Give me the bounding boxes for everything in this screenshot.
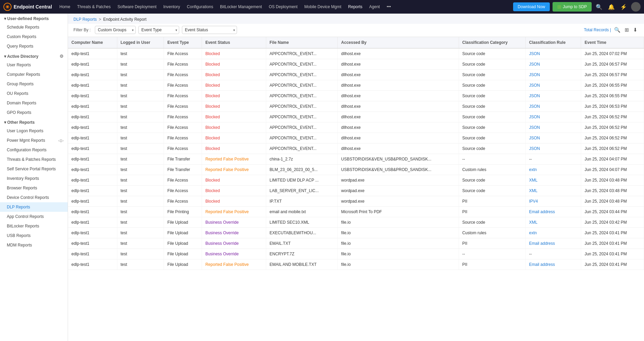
- cell-logged-in-user: test: [117, 186, 164, 196]
- rule-link[interactable]: JSON: [529, 125, 540, 130]
- cell-classification-category: Source code: [459, 175, 525, 186]
- cell-classification-category: Source code: [459, 217, 525, 228]
- cell-event-status: Blocked: [202, 70, 266, 80]
- cell-file-name: EMAIL AND MOBILE.TXT: [266, 259, 338, 270]
- nav-inventory[interactable]: Inventory: [160, 3, 183, 11]
- filter-event-status-select[interactable]: Event Status Blocked Reported False Posi…: [182, 26, 237, 34]
- sidebar-item-self-service-reports[interactable]: Self Service Portal Reports: [0, 164, 68, 174]
- table-container: Computer Name Logged in User Event Type …: [68, 37, 644, 341]
- table-row: edlp-test1 test File Access Blocked IP.T…: [68, 196, 644, 207]
- cell-event-type: File Access: [164, 48, 202, 59]
- download-now-button[interactable]: Download Now: [513, 2, 550, 11]
- filter-event-type-select[interactable]: Event Type File Access File Transfer Fil…: [138, 26, 179, 34]
- sidebar-section-header-other-reports[interactable]: ▾ Other Reports: [0, 117, 68, 126]
- sidebar-section-header-active-directory[interactable]: ▾ Active Directory ⚙: [0, 51, 68, 60]
- search-table-icon[interactable]: 🔍: [613, 26, 622, 34]
- rule-link[interactable]: Email address: [529, 209, 555, 214]
- rule-link[interactable]: Email address: [529, 241, 555, 246]
- rule-link[interactable]: extn: [529, 231, 537, 235]
- rule-link[interactable]: JSON: [529, 72, 540, 77]
- nav-mobile[interactable]: Mobile Device Mgmt: [302, 3, 344, 11]
- rule-link[interactable]: JSON: [529, 136, 540, 140]
- rule-link[interactable]: JSON: [529, 146, 540, 151]
- user-avatar[interactable]: [631, 2, 641, 12]
- cell-event-type: File Access: [164, 133, 202, 143]
- rule-link[interactable]: IPV4: [529, 199, 538, 204]
- sidebar-item-device-control-reports[interactable]: Device Control Reports: [0, 193, 68, 202]
- cell-event-time: Jun 25, 2024 03:41 PM: [581, 259, 644, 270]
- sidebar-item-computer-reports[interactable]: Computer Reports: [0, 70, 68, 79]
- cell-logged-in-user: test: [117, 143, 164, 154]
- search-icon[interactable]: 🔍: [594, 2, 604, 12]
- rule-link[interactable]: Email address: [529, 262, 555, 267]
- lightning-icon[interactable]: ⚡: [619, 2, 628, 12]
- sidebar-item-user-logon[interactable]: User Logon Reports: [0, 126, 68, 136]
- nav-home[interactable]: Home: [57, 3, 73, 11]
- sidebar-section-header-user-defined[interactable]: ▾ User-defined Reports: [0, 14, 68, 22]
- rule-link[interactable]: JSON: [529, 104, 540, 109]
- col-event-type: Event Type: [164, 37, 202, 48]
- nav-bitlocker[interactable]: BitLocker Management: [217, 3, 265, 11]
- sidebar-section-active-directory: ▾ Active Directory ⚙ User Reports Comput…: [0, 51, 68, 117]
- rule-link[interactable]: JSON: [529, 115, 540, 119]
- sidebar-item-usb-reports[interactable]: USB Reports: [0, 231, 68, 240]
- rule-link[interactable]: extn: [529, 167, 537, 172]
- nav-threats[interactable]: Threats & Patches: [74, 3, 114, 11]
- sidebar-item-group-reports[interactable]: Group Reports: [0, 79, 68, 89]
- cell-file-name: china-1_2.7z: [266, 154, 338, 165]
- grid-view-icon[interactable]: ⊞: [624, 26, 630, 34]
- nav-software[interactable]: Software Deployment: [115, 3, 159, 11]
- rule-link[interactable]: JSON: [529, 83, 540, 88]
- cell-classification-category: --: [459, 154, 525, 165]
- cell-accessed-by: dllhost.exe: [338, 122, 459, 133]
- cell-event-status: Blocked: [202, 101, 266, 112]
- sidebar-item-schedule-reports[interactable]: Schedule Reports: [0, 22, 68, 32]
- settings-icon[interactable]: ⚙: [60, 54, 64, 59]
- cell-logged-in-user: test: [117, 122, 164, 133]
- cell-event-type: File Transfer: [164, 154, 202, 165]
- sidebar-item-gpo-reports[interactable]: GPO Reports: [0, 108, 68, 117]
- breadcrumb-parent[interactable]: DLP Reports: [73, 17, 97, 22]
- sidebar-item-mdm-reports[interactable]: MDM Reports: [0, 240, 68, 250]
- sidebar-item-app-control-reports[interactable]: App Control Reports: [0, 212, 68, 221]
- rule-link[interactable]: XML: [529, 188, 538, 193]
- cell-classification-category: Source code: [459, 59, 525, 70]
- cell-event-status: Reported False Positive: [202, 154, 266, 165]
- sidebar-item-threats-patches-reports[interactable]: Threats & Patches Reports: [0, 155, 68, 164]
- cell-event-type: File Printing: [164, 207, 202, 217]
- rule-link[interactable]: XML: [529, 178, 538, 183]
- cell-accessed-by: file.io: [338, 259, 459, 270]
- rule-link[interactable]: JSON: [529, 62, 540, 67]
- rule-link[interactable]: JSON: [529, 93, 540, 98]
- sidebar-item-custom-reports[interactable]: Custom Reports: [0, 32, 68, 41]
- cell-event-type: File Upload: [164, 249, 202, 259]
- nav-configurations[interactable]: Configurations: [184, 3, 216, 11]
- table-row: edlp-test1 test File Access Blocked APPC…: [68, 59, 644, 70]
- nav-more[interactable]: •••: [384, 3, 394, 11]
- cell-event-status: Blocked: [202, 175, 266, 186]
- sidebar-item-domain-reports[interactable]: Domain Reports: [0, 98, 68, 108]
- sidebar-item-power-mgmt[interactable]: Power Mgmt Reports ◁▷: [0, 136, 68, 145]
- jump-to-sdp-button[interactable]: ⊞ Jump to SDP: [553, 2, 592, 12]
- notification-icon[interactable]: 🔔: [607, 2, 616, 12]
- cell-computer-name: edlp-test1: [68, 259, 117, 270]
- download-table-icon[interactable]: ⬇: [632, 26, 639, 34]
- cell-computer-name: edlp-test1: [68, 228, 117, 238]
- nav-os[interactable]: OS Deployment: [266, 3, 300, 11]
- sidebar-item-dlp-reports[interactable]: DLP Reports: [0, 202, 68, 212]
- filter-custom-groups-select[interactable]: Custom Groups All: [95, 26, 136, 34]
- sidebar-item-inventory-reports[interactable]: Inventory Reports: [0, 174, 68, 183]
- sidebar-item-user-reports[interactable]: User Reports: [0, 60, 68, 70]
- rule-link[interactable]: JSON: [529, 51, 540, 56]
- sidebar-item-query-reports[interactable]: Query Reports: [0, 41, 68, 51]
- col-file-name: File Name: [266, 37, 338, 48]
- cell-event-type: File Access: [164, 175, 202, 186]
- table-row: edlp-test1 test File Access Blocked APPC…: [68, 48, 644, 59]
- nav-agent[interactable]: Agent: [367, 3, 383, 11]
- nav-reports[interactable]: Reports: [345, 3, 365, 11]
- sidebar-item-configuration-reports[interactable]: Configuration Reports: [0, 145, 68, 155]
- rule-link[interactable]: XML: [529, 220, 538, 225]
- sidebar-item-ou-reports[interactable]: OU Reports: [0, 89, 68, 98]
- sidebar-item-bitlocker-reports[interactable]: BitLocker Reports: [0, 221, 68, 231]
- sidebar-item-browser-reports[interactable]: Browser Reports: [0, 183, 68, 193]
